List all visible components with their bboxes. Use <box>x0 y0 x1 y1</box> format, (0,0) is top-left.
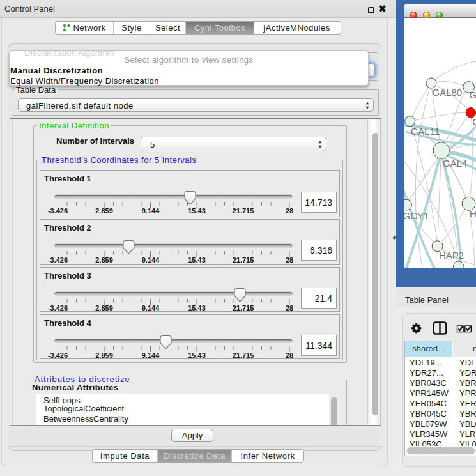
svg-text:15.43: 15.43 <box>188 351 206 359</box>
svg-text:GAL11: GAL11 <box>411 126 440 137</box>
svg-text:28: 28 <box>286 256 293 264</box>
svg-text:2.859: 2.859 <box>95 304 113 312</box>
svg-text:9.144: 9.144 <box>142 207 160 215</box>
svg-text:-3.426: -3.426 <box>48 304 68 312</box>
svg-text:9.144: 9.144 <box>142 351 160 359</box>
svg-text:GA: GA <box>470 89 476 100</box>
svg-text:C: C <box>472 116 476 127</box>
svg-text:GAL80: GAL80 <box>433 87 463 98</box>
svg-text:28: 28 <box>286 351 293 359</box>
svg-text:HAP2: HAP2 <box>439 250 464 261</box>
svg-text:-3.426: -3.426 <box>48 256 68 264</box>
svg-text:28: 28 <box>286 304 293 312</box>
svg-text:15.43: 15.43 <box>188 256 206 264</box>
svg-text:15.43: 15.43 <box>188 304 206 312</box>
svg-text:21.715: 21.715 <box>233 304 254 312</box>
svg-text:-3.426: -3.426 <box>48 351 68 359</box>
svg-text:H: H <box>470 208 476 219</box>
svg-text:GAL4: GAL4 <box>443 158 467 169</box>
svg-text:9.144: 9.144 <box>142 256 160 264</box>
svg-text:2.859: 2.859 <box>95 351 113 359</box>
svg-text:2.859: 2.859 <box>95 207 113 215</box>
svg-text:21.715: 21.715 <box>233 351 254 359</box>
svg-text:21.715: 21.715 <box>233 256 254 264</box>
svg-text:28: 28 <box>286 207 293 215</box>
svg-text:21.715: 21.715 <box>233 207 254 215</box>
svg-text:-3.426: -3.426 <box>48 207 68 215</box>
svg-text:9.144: 9.144 <box>142 304 160 312</box>
svg-text:2.859: 2.859 <box>95 256 113 264</box>
svg-text:15.43: 15.43 <box>188 207 206 215</box>
svg-text:GCY1: GCY1 <box>404 210 429 221</box>
